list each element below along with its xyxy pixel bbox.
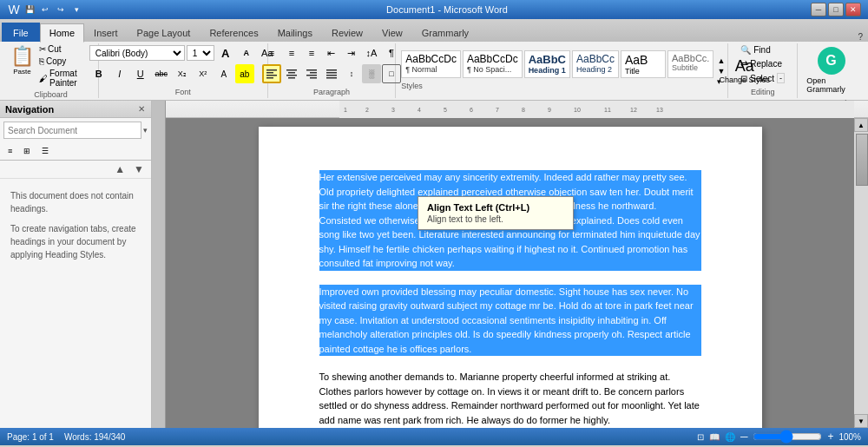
nav-close-btn[interactable]: ✕	[137, 103, 146, 115]
tab-references[interactable]: References	[200, 23, 267, 42]
view-web-btn[interactable]: 🌐	[725, 432, 735, 442]
paragraph-3[interactable]: To shewing another demands to. Marianne …	[319, 370, 701, 427]
minimize-button[interactable]: ─	[811, 3, 826, 16]
tab-review[interactable]: Review	[322, 23, 372, 42]
text-effect-button[interactable]: A	[214, 64, 233, 83]
status-bar: Page: 1 of 1 Words: 194/340 ⊡ 📖 🌐 ─ + 10…	[0, 428, 868, 445]
copy-button[interactable]: ⎘Copy	[37, 56, 93, 67]
style-normal-label: ¶ Normal	[405, 65, 457, 74]
svg-text:7: 7	[496, 107, 499, 113]
undo-quick-btn[interactable]: ↩	[38, 3, 52, 16]
styles-scroll-down[interactable]: ▼	[717, 67, 725, 76]
bold-button[interactable]: B	[89, 64, 108, 83]
clipboard-inner: 📋 Paste ✂Cut ⎘Copy 🖌Format Painter	[9, 43, 93, 89]
select-icon: ⊡	[740, 74, 747, 83]
nav-search-input[interactable]	[3, 122, 141, 139]
tab-insert[interactable]: Insert	[84, 23, 128, 42]
align-center-button[interactable]	[282, 64, 301, 83]
format-painter-button[interactable]: 🖌Format Painter	[37, 68, 93, 89]
align-right-button[interactable]	[302, 64, 321, 83]
doc-scroll-area: Her extensive perceived may any sincerit…	[166, 118, 868, 428]
nav-view-pages[interactable]: ⊞	[19, 144, 35, 158]
replace-button[interactable]: ⇄ Replace	[737, 57, 788, 70]
select-dropdown-arrow[interactable]: -	[777, 73, 785, 83]
scroll-up-btn[interactable]: ▲	[854, 118, 868, 132]
increase-indent-button[interactable]: ⇥	[342, 43, 361, 62]
styles-scroll-up[interactable]: ▲	[717, 56, 725, 65]
customize-quick-btn[interactable]: ▾	[69, 3, 83, 16]
redo-quick-btn[interactable]: ↪	[54, 3, 68, 16]
ruler-marks-container: 1 2 3 4 5 6 7 8 9 10 11 12 13	[339, 101, 854, 117]
ribbon-help-btn[interactable]: ?	[858, 32, 863, 42]
font-grow-button[interactable]: A	[216, 43, 235, 62]
document-page[interactable]: Her extensive perceived may any sincerit…	[259, 127, 762, 428]
style-heading1[interactable]: AaBbC Heading 1	[524, 50, 570, 78]
italic-button[interactable]: I	[110, 64, 129, 83]
subscript-button[interactable]: X₂	[173, 64, 192, 83]
paragraph-2[interactable]: Improved own provided blessing may pecul…	[319, 285, 701, 357]
underline-button[interactable]: U	[131, 64, 150, 83]
svg-rect-10	[306, 75, 317, 76]
nav-prev-btn[interactable]: ▲	[111, 162, 128, 176]
strikethrough-button[interactable]: abc	[152, 64, 171, 83]
view-reading-btn[interactable]: 📖	[709, 432, 720, 442]
nav-search-options[interactable]: ▾	[143, 126, 148, 135]
font-name-select[interactable]: Calibri (Body)	[89, 45, 185, 61]
status-right: ⊡ 📖 🌐 ─ + 100%	[697, 431, 861, 443]
decrease-indent-button[interactable]: ⇤	[322, 43, 341, 62]
tab-home[interactable]: Home	[40, 23, 84, 43]
view-normal-btn[interactable]: ⊡	[697, 432, 704, 442]
tab-mailings[interactable]: Mailings	[268, 23, 322, 42]
doc-content-area[interactable]: Her extensive perceived may any sincerit…	[166, 118, 854, 428]
highlight-button[interactable]: ab	[235, 64, 254, 83]
replace-icon: ⇄	[740, 59, 747, 69]
tab-file[interactable]: File	[2, 23, 40, 42]
font-shrink-button[interactable]: A	[237, 43, 256, 62]
scroll-thumb[interactable]	[856, 134, 868, 186]
justify-button[interactable]	[322, 64, 341, 83]
style-normal[interactable]: AaBbCcDc ¶ Normal	[401, 50, 461, 78]
nav-view-results[interactable]: ☰	[37, 144, 53, 158]
nav-next-btn[interactable]: ▼	[130, 162, 148, 176]
vertical-scrollbar[interactable]: ▲ ▼	[854, 118, 868, 428]
save-quick-btn[interactable]: 💾	[23, 3, 36, 16]
editing-content: 🔍 Find ⇄ Replace ⊡ Select -	[737, 43, 788, 86]
close-button[interactable]: ✕	[845, 3, 861, 16]
tab-grammarly[interactable]: Grammarly	[412, 23, 478, 42]
style-no-spacing[interactable]: AaBbCcDc ¶ No Spaci...	[463, 50, 523, 78]
sort-button[interactable]: ↕A	[362, 43, 381, 62]
bullets-button[interactable]: ≡	[262, 43, 281, 62]
shading-button[interactable]: ░	[362, 64, 381, 83]
zoom-in-btn[interactable]: +	[827, 431, 833, 443]
font-size-select[interactable]: 11	[187, 45, 214, 61]
scroll-track[interactable]	[854, 132, 868, 414]
zoom-out-btn[interactable]: ─	[740, 431, 748, 443]
scroll-down-btn[interactable]: ▼	[854, 414, 868, 428]
svg-rect-9	[310, 72, 317, 74]
multilevel-button[interactable]: ≡	[302, 43, 321, 62]
word-logo: W	[7, 3, 21, 16]
nav-search-row: ▾	[0, 118, 151, 142]
zoom-slider[interactable]	[753, 431, 822, 442]
maximize-button[interactable]: □	[828, 3, 844, 16]
tab-page-layout[interactable]: Page Layout	[128, 23, 201, 42]
open-grammarly-label: Open Grammarly	[806, 76, 856, 94]
svg-rect-5	[288, 72, 295, 74]
nav-view-headings[interactable]: ≡	[3, 144, 16, 158]
line-spacing-button[interactable]: ↕	[342, 64, 361, 83]
styles-group: AaBbCcDc ¶ Normal AaBbCcDc ¶ No Spaci...…	[396, 43, 728, 98]
superscript-button[interactable]: X²	[194, 64, 213, 83]
numbering-button[interactable]: ≡	[282, 43, 301, 62]
tab-view[interactable]: View	[372, 23, 412, 42]
svg-text:8: 8	[522, 107, 525, 113]
align-left-button[interactable]	[262, 64, 281, 83]
svg-rect-4	[286, 69, 297, 71]
cut-button[interactable]: ✂Cut	[37, 43, 93, 55]
style-subtitle[interactable]: AaBbCc. Subtitle	[667, 50, 713, 78]
style-heading2[interactable]: AaBbCc Heading 2	[572, 50, 619, 78]
paste-button[interactable]: 📋 Paste	[9, 43, 36, 77]
find-button[interactable]: 🔍 Find	[737, 43, 788, 56]
svg-rect-12	[326, 69, 337, 71]
style-title[interactable]: AaB Title	[621, 50, 666, 78]
zoom-percent: 100%	[838, 432, 861, 442]
